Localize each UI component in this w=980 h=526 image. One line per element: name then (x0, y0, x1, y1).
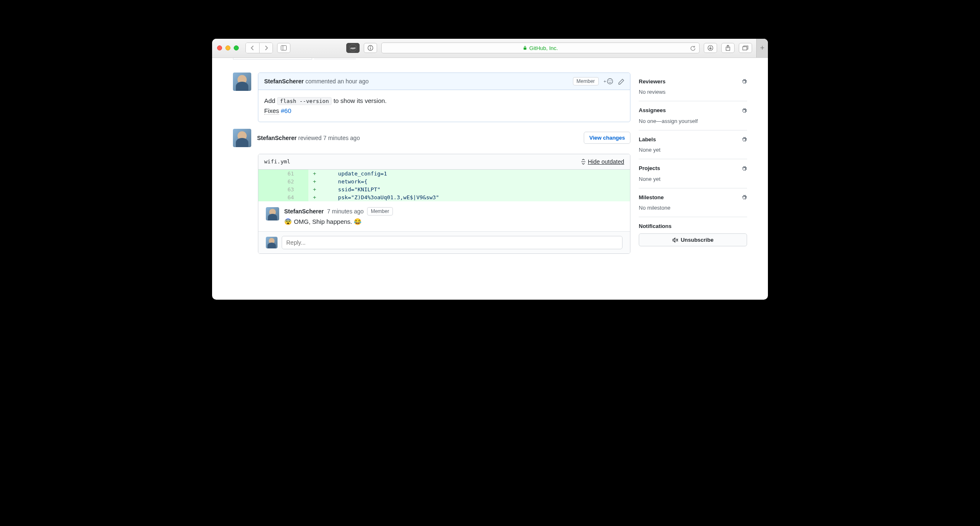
comment-header: StefanScherer commented an hour ago Memb… (258, 73, 630, 90)
reviewers-settings-button[interactable] (741, 78, 747, 85)
pencil-icon (618, 79, 624, 85)
comment-body: Add flash --version to show its version.… (258, 90, 630, 122)
sidebar-labels: Labels None yet (639, 130, 747, 160)
address-bar[interactable]: GitHub, Inc. (381, 43, 700, 53)
tab-underline (233, 58, 312, 60)
sidebar-toggle-button[interactable] (277, 43, 290, 53)
reload-button[interactable] (690, 45, 696, 51)
comment-text-prefix: Add (264, 97, 277, 104)
review-comment: StefanScherer 7 minutes ago Member 😨 OMG… (258, 201, 630, 231)
gear-icon (741, 195, 747, 200)
avatar[interactable] (266, 207, 279, 220)
svg-text:ABP: ABP (350, 47, 356, 50)
reply-input[interactable] (282, 236, 622, 249)
chevron-right-icon (264, 45, 268, 50)
review-header: StefanScherer reviewed 7 minutes ago Vie… (258, 129, 630, 147)
sidebar-notifications: Notifications Unsubscribe (639, 217, 747, 252)
review-comment-text: 😨 OMG, Ship happens. 😂 (284, 218, 622, 225)
issue-link[interactable]: #60 (281, 107, 291, 114)
share-button[interactable] (721, 43, 735, 53)
timeline-review: StefanScherer reviewed 7 minutes ago Vie… (233, 129, 630, 254)
gear-icon (741, 79, 747, 85)
assign-yourself-link[interactable]: assign yourself (662, 118, 698, 124)
avatar[interactable] (266, 237, 278, 248)
diff-line: 61+ update_config=1 (258, 170, 630, 178)
review-file-box: wifi.yml Hide outdated 61+ update_config… (258, 154, 630, 254)
diff-line: 64+ psk="Z)D4%3oaUq01.3,wE$|V9&sw3" (258, 193, 630, 201)
svg-rect-6 (370, 48, 371, 50)
comment-text-suffix: to show its version. (332, 97, 387, 104)
unsubscribe-button[interactable]: Unsubscribe (639, 233, 747, 246)
milestone-settings-button[interactable] (741, 194, 747, 201)
edit-comment-button[interactable] (618, 78, 624, 84)
downloads-button[interactable] (704, 43, 717, 53)
sidebar-reviewers: Reviewers No reviews (639, 73, 747, 102)
view-changes-button[interactable]: View changes (584, 132, 630, 144)
member-badge: Member (367, 207, 393, 215)
sidebar-projects: Projects None yet (639, 159, 747, 188)
tabs-icon (742, 45, 748, 50)
adblock-button[interactable]: ABP (346, 43, 360, 53)
nav-buttons (245, 43, 273, 53)
tabs-button[interactable] (739, 43, 752, 53)
pr-sidebar: Reviewers No reviews Assignees No one—as… (639, 58, 747, 300)
chevron-left-icon (250, 45, 255, 50)
fold-icon (580, 159, 586, 165)
labels-body: None yet (639, 147, 747, 153)
window-controls (217, 45, 239, 50)
reviewers-body: No reviews (639, 89, 747, 95)
comment-container: StefanScherer commented an hour ago Memb… (258, 73, 630, 122)
lock-icon (523, 46, 527, 50)
review-comment-time: 7 minutes ago (327, 208, 364, 215)
back-button[interactable] (246, 43, 259, 53)
gear-icon (741, 108, 747, 114)
sidebar-milestone: Milestone No milestone (639, 188, 747, 218)
svg-point-11 (608, 78, 613, 84)
site-identity: GitHub, Inc. (523, 45, 558, 51)
comment-author[interactable]: StefanScherer (264, 78, 304, 85)
review-comment-author[interactable]: StefanScherer (284, 208, 324, 215)
forward-button[interactable] (259, 43, 272, 53)
svg-rect-0 (281, 46, 287, 50)
milestone-body: No milestone (639, 205, 747, 211)
file-name[interactable]: wifi.yml (264, 158, 290, 165)
info-icon (368, 45, 373, 51)
new-tab-button[interactable]: + (756, 39, 768, 58)
svg-rect-7 (524, 48, 527, 50)
fixes-label: Fixes (264, 107, 279, 115)
comment-timestamp: commented an hour ago (305, 78, 369, 85)
avatar[interactable] (233, 129, 251, 147)
partial-border (314, 58, 356, 59)
svg-point-13 (611, 80, 612, 81)
gear-icon (741, 137, 747, 143)
inline-code: flash --version (277, 97, 332, 105)
review-author[interactable]: StefanScherer (257, 135, 297, 141)
add-reaction-button[interactable]: + (604, 78, 613, 85)
svg-point-5 (370, 46, 371, 47)
member-badge: Member (573, 77, 599, 85)
reload-icon (690, 45, 696, 51)
extension-button[interactable] (364, 43, 377, 53)
close-window-button[interactable] (217, 45, 222, 50)
sidebar-assignees: Assignees No one—assign yourself (639, 101, 747, 130)
assignees-body: No one—assign yourself (639, 118, 747, 124)
diff-table: 61+ update_config=162+ network={63+ ssid… (258, 170, 630, 201)
labels-settings-button[interactable] (741, 136, 747, 143)
assignees-settings-button[interactable] (741, 107, 747, 114)
svg-rect-10 (743, 47, 747, 50)
smiley-icon (607, 78, 613, 85)
minimize-window-button[interactable] (225, 45, 230, 50)
projects-body: None yet (639, 176, 747, 182)
avatar[interactable] (233, 73, 251, 91)
browser-window: ABP GitHub, Inc. + (212, 39, 768, 300)
timeline-comment: StefanScherer commented an hour ago Memb… (233, 73, 630, 122)
page-content: StefanScherer commented an hour ago Memb… (212, 58, 768, 300)
diff-line: 63+ ssid="KNILPT" (258, 185, 630, 193)
download-icon (708, 45, 713, 51)
maximize-window-button[interactable] (234, 45, 239, 50)
diff-line: 62+ network={ (258, 178, 630, 185)
mute-icon (672, 238, 678, 243)
hide-outdated-button[interactable]: Hide outdated (580, 158, 624, 165)
projects-settings-button[interactable] (741, 165, 747, 172)
share-icon (725, 45, 730, 51)
